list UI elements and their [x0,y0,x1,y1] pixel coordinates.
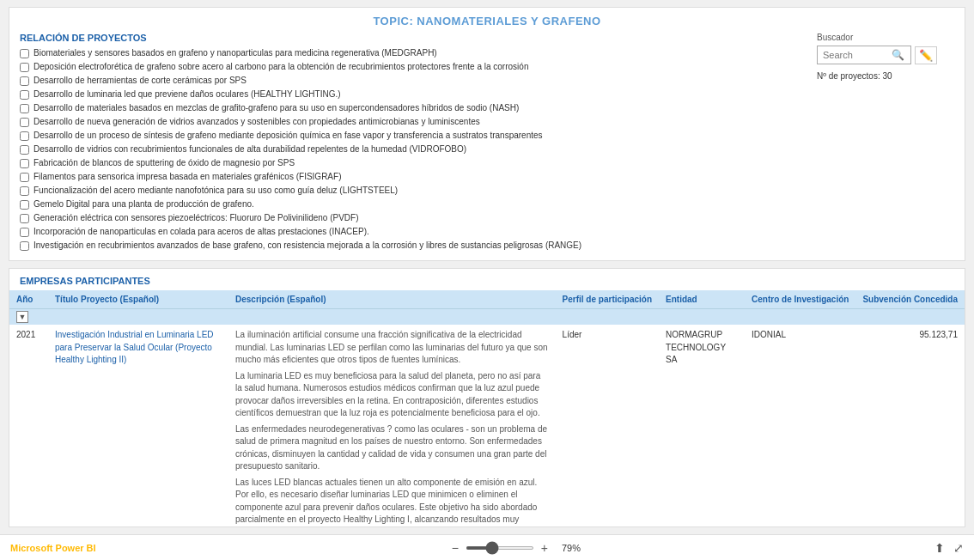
table-row: 2021 Investigación Industrial en Luminar… [9,325,965,527]
fullscreen-icon[interactable]: ⤢ [953,541,964,555]
cell-centro: IDONIAL [745,325,855,527]
status-bar-icons: ⬆ ⤢ [934,541,964,555]
list-item: Biomateriales y sensores basados en graf… [20,47,807,59]
list-item: Desarrollo de vidrios con recubrimientos… [20,143,807,155]
top-panel: TOPIC: NANOMATERIALES Y GRAFENO RELACIÓN… [9,7,965,261]
projects-heading: RELACIÓN DE PROYECTOS [20,33,807,43]
bottom-panel: EMPRESAS PARTICIPANTES Año Título Proyec… [9,268,965,527]
filter-entidad [659,309,745,326]
list-item: Gemelo Digital para una planta de produc… [20,198,807,210]
list-item: Investigación en recubrimientos avanzado… [20,240,807,252]
table-body: 2021 Investigación Industrial en Luminar… [9,325,965,527]
project-checkbox[interactable] [20,49,29,58]
col-desc: Descripción (Español) [228,290,556,309]
companies-table: Año Título Proyecto (Español) Descripció… [9,290,965,527]
list-item: Funcionalización del acero mediante nano… [20,185,807,197]
list-item: Desarrollo de nueva generación de vidrio… [20,116,807,128]
cell-year: 2021 [9,325,48,527]
col-centro: Centro de Investigación [745,290,855,309]
col-subvencion: Subvención Concedida [855,290,965,309]
project-checkbox[interactable] [20,90,29,100]
project-checkbox[interactable] [20,145,29,155]
project-checkbox[interactable] [20,214,29,223]
project-checkbox[interactable] [20,76,29,86]
cell-title: Investigación Industrial en Luminaria LE… [48,325,228,527]
list-item: Incorporación de nanoparticulas en colad… [20,226,807,238]
project-checkbox[interactable] [20,241,29,251]
list-item: Generación eléctrica con sensores piezoe… [20,212,807,224]
zoom-percent: 79% [555,543,581,553]
project-items-container: Biomateriales y sensores basados en graf… [20,47,807,252]
project-checkbox[interactable] [20,186,29,196]
filter-perfil [556,309,659,326]
list-item: Desarrollo de luminaria led que previene… [20,88,807,100]
cell-perfil: Líder [556,325,659,527]
col-entidad: Entidad [659,290,745,309]
project-checkbox[interactable] [20,118,29,127]
search-icon-button[interactable]: 🔍 [892,49,904,61]
project-count: Nº de proyectos: 30 [817,71,892,81]
filter-year[interactable]: ▼ [9,309,48,326]
project-checkbox[interactable] [20,131,29,141]
share-icon[interactable]: ⬆ [934,541,945,555]
powerbi-link[interactable]: Microsoft Power BI [10,543,96,553]
filter-desc [228,309,556,326]
zoom-in-button[interactable]: + [539,541,550,555]
filter-subvencion [855,309,965,326]
project-checkbox[interactable] [20,159,29,168]
list-item: Filamentos para sensorica impresa basada… [20,171,807,183]
cell-entidad: NORMAGRUP TECHNOLOGY SA [659,325,745,527]
cell-subvencion: 95.123,71 [855,325,965,527]
zoom-slider[interactable] [466,546,534,550]
list-item: Fabricación de blancos de sputtering de … [20,157,807,169]
project-checkbox[interactable] [20,173,29,182]
zoom-out-button[interactable]: − [450,541,460,555]
cell-desc: La iluminación artificial consume una fr… [228,325,556,527]
project-checkbox[interactable] [20,104,29,113]
col-year: Año [9,290,48,309]
companies-heading: EMPRESAS PARTICIPANTES [9,269,965,290]
table-wrapper: Año Título Proyecto (Español) Descripció… [9,290,965,527]
project-checkbox[interactable] [20,63,29,72]
list-item: Desarrollo de herramientas de corte cerá… [20,75,807,87]
filter-title [48,309,228,326]
pen-icon-button[interactable]: ✏️ [915,46,937,64]
zoom-controls: − + 79% [450,541,581,555]
project-checkbox[interactable] [20,200,29,210]
list-item: Desarrollo de materiales basados en mezc… [20,102,807,114]
col-perfil: Perfil de participación [556,290,659,309]
col-title: Título Proyecto (Español) [48,290,228,309]
status-bar: Microsoft Power BI − + 79% ⬆ ⤢ [0,534,974,560]
project-checkbox[interactable] [20,228,29,237]
search-input[interactable] [823,50,892,60]
list-item: Deposición electroforética de grafeno so… [20,61,807,73]
search-label: Buscador [817,33,853,42]
search-input-wrapper[interactable]: 🔍 [817,46,911,64]
topic-title: TOPIC: NANOMATERIALES Y GRAFENO [20,15,954,27]
filter-centro [745,309,855,326]
projects-list: RELACIÓN DE PROYECTOS Biomateriales y se… [20,33,807,253]
search-panel: Buscador 🔍 ✏️ Nº de proyectos: 30 [817,33,954,253]
list-item: Desarrollo de un proceso de síntesis de … [20,130,807,142]
